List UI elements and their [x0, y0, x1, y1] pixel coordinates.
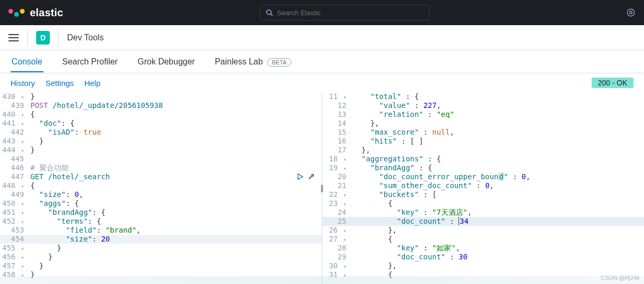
fold-toggle-icon[interactable]: ▾	[20, 139, 24, 145]
fold-toggle-icon[interactable]: ▾	[20, 148, 24, 154]
fold-toggle-icon[interactable]: ▾	[342, 201, 346, 207]
code-line[interactable]: },	[353, 226, 644, 235]
code-line[interactable]: POST /hotel/_update/2056105938	[30, 101, 322, 110]
code-line[interactable]: }	[30, 261, 322, 270]
line-number: 16	[322, 137, 346, 146]
fold-toggle-icon[interactable]: ▾	[342, 157, 346, 162]
fold-toggle-icon[interactable]: ▾	[20, 246, 24, 252]
code-line[interactable]: "aggs": {	[30, 199, 322, 208]
play-icon[interactable]	[297, 173, 304, 180]
wrench-icon[interactable]	[308, 173, 315, 180]
code-line[interactable]: {	[353, 235, 644, 244]
code-line[interactable]: "size": 20	[30, 235, 322, 244]
code-line[interactable]: "doc_count_error_upper_bound" : 0,	[353, 172, 644, 181]
code-line[interactable]: # 聚合功能	[30, 163, 322, 172]
request-lines[interactable]: }POST /hotel/_update/2056105938{ "doc": …	[30, 92, 322, 279]
code-line[interactable]: "isAD": true	[30, 128, 322, 137]
code-line[interactable]: "brandAgg": {	[30, 208, 322, 217]
code-line[interactable]: },	[353, 146, 644, 155]
svg-marker-4	[298, 174, 303, 180]
code-line[interactable]: "max_score" : null,	[353, 128, 644, 137]
line-number: 20	[322, 172, 346, 181]
settings-icon[interactable]	[626, 8, 636, 17]
fold-toggle-icon[interactable]: ▾	[20, 121, 24, 127]
line-number: 14	[322, 119, 346, 128]
line-number: 29	[322, 253, 346, 261]
settings-link[interactable]: Settings	[46, 79, 74, 88]
code-line[interactable]: },	[353, 261, 644, 270]
response-viewer[interactable]: 11 ▾12131415161718 ▾19 ▾202122 ▾23 ▾2425…	[322, 92, 644, 284]
fold-toggle-icon[interactable]: ▾	[20, 219, 24, 225]
code-line[interactable]: {	[353, 199, 644, 208]
line-number: 454	[0, 235, 24, 244]
line-number: 19 ▾	[322, 163, 346, 172]
code-line[interactable]: "hits" : [ ]	[353, 137, 644, 146]
line-number: 17	[322, 146, 346, 155]
code-line[interactable]: "sum_other_doc_count" : 0,	[353, 181, 644, 190]
code-line[interactable]: "aggregations" : {	[353, 155, 644, 163]
pane-splitter[interactable]: ‖	[320, 184, 324, 192]
run-controls	[297, 173, 315, 180]
fold-toggle-icon[interactable]: ▾	[20, 255, 24, 260]
code-line[interactable]: }	[30, 244, 322, 253]
fold-toggle-icon[interactable]: ▾	[342, 264, 346, 269]
code-line[interactable]: "terms": {	[30, 217, 322, 226]
fold-toggle-icon[interactable]: ▾	[342, 166, 346, 171]
fold-toggle-icon[interactable]: ▾	[20, 201, 24, 207]
line-number: 456 ▾	[0, 253, 24, 261]
code-line[interactable]: "value" : 227,	[353, 101, 644, 110]
code-line[interactable]: }	[30, 92, 322, 101]
response-status-badge: 200 - OK	[592, 78, 634, 88]
code-line[interactable]: "key" : "如家",	[353, 244, 644, 253]
line-number: 26 ▾	[322, 226, 346, 235]
fold-toggle-icon[interactable]: ▾	[20, 210, 24, 216]
nav-toggle-button[interactable]	[8, 34, 19, 41]
fold-toggle-icon[interactable]: ▾	[342, 192, 346, 198]
code-line[interactable]: "size": 0,	[30, 190, 322, 199]
fold-toggle-icon[interactable]: ▾	[342, 228, 346, 234]
code-line[interactable]: "doc_count" : 30	[353, 253, 644, 261]
code-line[interactable]: }	[30, 137, 322, 146]
line-number: 22 ▾	[322, 190, 346, 199]
beta-badge: BETA	[267, 58, 291, 67]
fold-toggle-icon[interactable]: ▾	[342, 94, 346, 100]
line-number: 448 ▾	[0, 181, 24, 190]
code-line[interactable]: "total" : {	[353, 92, 644, 101]
fold-toggle-icon[interactable]: ▾	[342, 237, 346, 243]
bottom-blur	[0, 276, 644, 284]
history-link[interactable]: History	[10, 79, 35, 88]
help-link[interactable]: Help	[84, 79, 101, 88]
code-line[interactable]: "brandAgg" : {	[353, 163, 644, 172]
code-line[interactable]: "buckets" : [	[353, 190, 644, 199]
code-line[interactable]: "field": "brand",	[30, 226, 322, 235]
code-line[interactable]: "key" : "7天酒店",	[353, 208, 644, 217]
divider	[27, 30, 28, 46]
tab-painless-lab[interactable]: Painless Lab BETA	[214, 52, 292, 72]
code-line[interactable]: "doc": {	[30, 119, 322, 128]
line-number: 453	[0, 226, 24, 235]
code-line[interactable]: {	[30, 110, 322, 119]
tab-console[interactable]: Console	[10, 52, 43, 72]
code-line[interactable]: "doc_count" : 34	[353, 217, 644, 226]
tab-grok-debugger[interactable]: Grok Debugger	[137, 52, 196, 72]
response-lines[interactable]: "total" : { "value" : 227, "relation" : …	[353, 92, 644, 279]
search-input[interactable]	[277, 9, 424, 17]
fold-toggle-icon[interactable]: ▾	[20, 183, 24, 189]
code-line[interactable]: GET /hotel/_search	[30, 172, 322, 181]
fold-toggle-icon[interactable]: ▾	[20, 264, 24, 269]
fold-toggle-icon[interactable]: ▾	[20, 112, 24, 118]
code-line[interactable]: },	[353, 119, 644, 128]
code-line[interactable]: }	[30, 253, 322, 261]
request-editor[interactable]: 438 ▾439440 ▾441 ▾442443 ▾444 ▾445446447…	[0, 92, 322, 284]
fold-toggle-icon[interactable]: ▾	[20, 94, 24, 100]
code-line[interactable]: }	[30, 146, 322, 155]
global-search[interactable]	[260, 5, 430, 20]
line-number: 21	[322, 181, 346, 190]
divider	[58, 30, 59, 46]
tab-search-profiler[interactable]: Search Profiler	[61, 52, 119, 72]
line-number: 27 ▾	[322, 235, 346, 244]
code-line[interactable]: "relation" : "eq"	[353, 110, 644, 119]
code-line[interactable]	[30, 155, 322, 163]
code-line[interactable]: {	[30, 181, 322, 190]
header-right	[626, 8, 636, 17]
